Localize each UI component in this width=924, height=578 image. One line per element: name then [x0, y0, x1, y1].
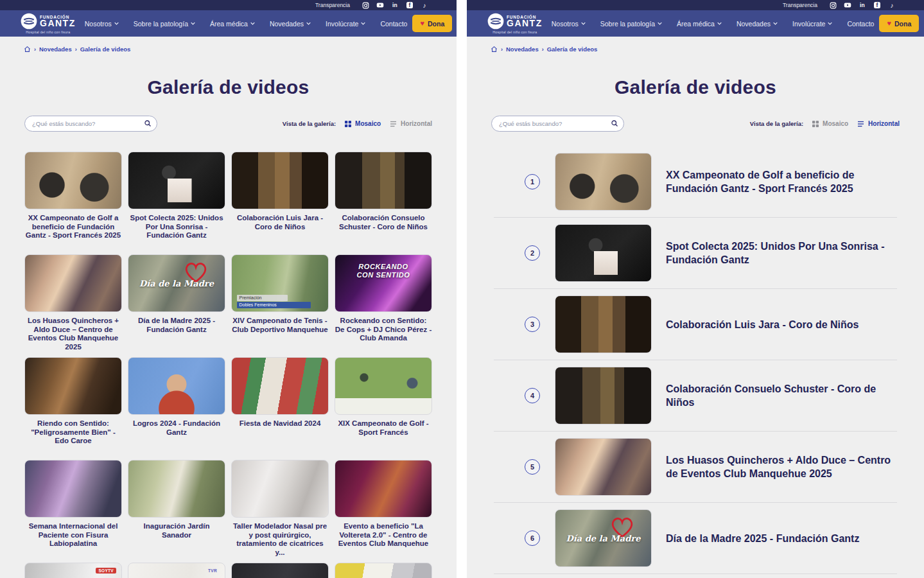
video-card[interactable]: Spot Colecta 2025: Unidos Por Una Sonris…: [128, 152, 225, 254]
video-title[interactable]: Los Huasos Quincheros + Aldo Duce – Cent…: [666, 453, 897, 480]
facebook-icon[interactable]: f: [406, 1, 414, 9]
video-card[interactable]: Semana Internacional del Paciente con Fi…: [24, 460, 122, 563]
dona-button[interactable]: ♥ Dona: [879, 15, 919, 32]
video-card[interactable]: Colaboración Luis Jara - Coro de Niños: [231, 152, 329, 254]
video-title[interactable]: XIX Campeonato de Golf - Sport Francés: [335, 419, 432, 437]
video-thumbnail[interactable]: SOYTV: [24, 563, 122, 578]
video-title[interactable]: XIV Campeonato de Tenis - Club Deportivo…: [231, 317, 329, 334]
list-item[interactable]: 5Los Huasos Quincheros + Aldo Duce – Cen…: [494, 432, 897, 503]
video-card[interactable]: Fiesta de Navidad 2024: [231, 357, 329, 460]
video-card[interactable]: Día de la MadreDía de la Madre 2025 - Fu…: [128, 254, 225, 357]
video-thumbnail[interactable]: [128, 357, 225, 415]
video-thumbnail[interactable]: ROCKEANDOCON SENTIDO: [335, 254, 432, 312]
video-thumbnail[interactable]: [555, 438, 652, 496]
youtube-icon[interactable]: [844, 1, 851, 9]
nav-sobre-la-patologia[interactable]: Sobre la patología: [134, 20, 195, 28]
video-card[interactable]: Logros 2024 - Fundación Gantz: [128, 357, 225, 460]
video-title[interactable]: Spot Colecta 2025: Unidos Por Una Sonris…: [128, 214, 225, 240]
list-item[interactable]: 2Spot Colecta 2025: Unidos Por Una Sonri…: [494, 218, 897, 289]
video-thumbnail[interactable]: [335, 357, 432, 415]
list-item[interactable]: 6Día de la MadreDía de la Madre 2025 - F…: [494, 503, 897, 574]
instagram-icon[interactable]: [829, 1, 837, 9]
video-card[interactable]: ROCKEANDOCON SENTIDORockeando con Sentid…: [335, 254, 432, 357]
home-icon[interactable]: [491, 46, 498, 53]
video-thumbnail[interactable]: [128, 460, 225, 518]
nav-sobre-la-patologia[interactable]: Sobre la patología: [600, 20, 662, 28]
video-title[interactable]: Colaboración Consuelo Schuster - Coro de…: [666, 382, 897, 409]
video-card[interactable]: XIX Campeonato de Golf - Sport Francés: [335, 357, 432, 460]
video-card[interactable]: [231, 563, 329, 578]
breadcrumb-novedades[interactable]: Novedades: [506, 46, 539, 53]
breadcrumb-galeria-de-videos[interactable]: Galería de videos: [547, 46, 598, 53]
video-title[interactable]: Rockeando con Sentido: De Cops + DJ Chic…: [335, 317, 432, 343]
breadcrumb-novedades[interactable]: Novedades: [39, 46, 72, 53]
nav-nosotros[interactable]: Nosotros: [85, 20, 119, 28]
list-item[interactable]: 1XX Campeonato de Golf a beneficio de Fu…: [494, 146, 897, 218]
video-thumbnail[interactable]: [335, 152, 432, 209]
instagram-icon[interactable]: [362, 1, 369, 9]
video-title[interactable]: Los Huasos Quincheros + Aldo Duce – Cent…: [24, 317, 122, 351]
video-card[interactable]: Inaguración Jardín Sanador: [128, 460, 225, 563]
list-item[interactable]: 3Colaboración Luis Jara - Coro de Niños: [494, 289, 897, 360]
video-thumbnail[interactable]: [231, 460, 329, 518]
video-thumbnail[interactable]: [24, 460, 122, 518]
search-input[interactable]: [24, 116, 157, 132]
nav-novedades[interactable]: Novedades: [737, 20, 778, 28]
video-title[interactable]: XX Campeonato de Golf a beneficio de Fun…: [666, 168, 897, 195]
video-thumbnail[interactable]: [24, 254, 122, 312]
video-title[interactable]: Colaboración Luis Jara - Coro de Niños: [231, 214, 329, 231]
video-card[interactable]: Los Huasos Quincheros + Aldo Duce – Cent…: [24, 254, 122, 357]
video-title[interactable]: Logros 2024 - Fundación Gantz: [128, 419, 225, 437]
search-input[interactable]: [491, 116, 624, 132]
view-mosaic-button[interactable]: Mosaico: [812, 120, 848, 128]
nav-involucrate[interactable]: Involúcrate: [792, 20, 832, 28]
video-thumbnail[interactable]: [555, 367, 652, 425]
video-title[interactable]: XX Campeonato de Golf a beneficio de Fun…: [24, 214, 122, 240]
video-title[interactable]: Evento a beneficio "La Voltereta 2.0" - …: [335, 522, 432, 548]
video-title[interactable]: Taller Modelador Nasal pre y post quirúr…: [231, 522, 329, 557]
video-card[interactable]: PremiaciónDobles FemeninosXIV Campeonato…: [231, 254, 329, 357]
transparencia-link[interactable]: Transparencia: [783, 2, 817, 8]
view-horizontal-button[interactable]: Horizontal: [857, 120, 900, 128]
video-card[interactable]: Evento a beneficio "La Voltereta 2.0" - …: [335, 460, 432, 563]
video-thumbnail[interactable]: [335, 563, 432, 578]
video-thumbnail[interactable]: [231, 152, 329, 209]
search-icon[interactable]: [611, 119, 618, 127]
tiktok-icon[interactable]: ♪: [888, 1, 896, 9]
list-item[interactable]: 4Colaboración Consuelo Schuster - Coro d…: [494, 360, 897, 432]
video-thumbnail[interactable]: [128, 152, 225, 209]
video-card[interactable]: TVR: [128, 563, 225, 578]
video-card[interactable]: Riendo con Sentido: "Peligrosamente Bien…: [24, 357, 122, 460]
video-title[interactable]: Día de la Madre 2025 - Fundación Gantz: [666, 532, 859, 545]
youtube-icon[interactable]: [376, 1, 384, 9]
search-icon[interactable]: [144, 119, 152, 127]
video-thumbnail[interactable]: [24, 357, 122, 415]
nav-novedades[interactable]: Novedades: [270, 20, 311, 28]
video-thumbnail[interactable]: [335, 460, 432, 518]
video-thumbnail[interactable]: Día de la Madre: [128, 254, 225, 312]
video-card[interactable]: Taller Modelador Nasal pre y post quirúr…: [231, 460, 329, 563]
video-title[interactable]: Colaboración Consuelo Schuster - Coro de…: [335, 214, 432, 231]
video-thumbnail[interactable]: [231, 357, 329, 415]
view-horizontal-button[interactable]: Horizontal: [389, 120, 432, 128]
nav-area-medica[interactable]: Área médica: [677, 20, 722, 28]
breadcrumb-galeria-de-videos[interactable]: Galería de videos: [80, 46, 131, 53]
video-thumbnail[interactable]: [555, 224, 652, 282]
video-title[interactable]: Inaguración Jardín Sanador: [128, 522, 225, 539]
video-thumbnail[interactable]: TVR: [128, 563, 225, 578]
linkedin-icon[interactable]: in: [391, 1, 399, 9]
video-title[interactable]: Semana Internacional del Paciente con Fi…: [24, 522, 122, 548]
nav-involucrate[interactable]: Involúcrate: [326, 20, 365, 28]
nav-contacto[interactable]: Contacto: [380, 20, 407, 28]
transparencia-link[interactable]: Transparencia: [315, 2, 350, 8]
logo[interactable]: FUNDACIÓN GANTZ Hospital del niño con fi…: [487, 13, 543, 35]
nav-contacto[interactable]: Contacto: [847, 20, 874, 28]
video-title[interactable]: Día de la Madre 2025 - Fundación Gantz: [128, 317, 225, 334]
video-card[interactable]: Colaboración Consuelo Schuster - Coro de…: [335, 152, 432, 254]
video-thumbnail[interactable]: [555, 153, 652, 211]
video-title[interactable]: Riendo con Sentido: "Peligrosamente Bien…: [24, 419, 122, 446]
video-thumbnail[interactable]: [24, 152, 122, 209]
view-mosaic-button[interactable]: Mosaico: [344, 120, 381, 128]
video-thumbnail[interactable]: PremiaciónDobles Femeninos: [231, 254, 329, 312]
video-card[interactable]: XX Campeonato de Golf a beneficio de Fun…: [24, 152, 122, 254]
